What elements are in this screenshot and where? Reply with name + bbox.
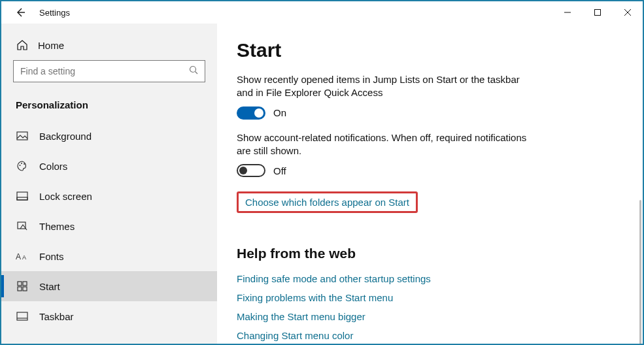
choose-folders-link[interactable]: Choose which folders appear on Start [237,191,418,213]
sidebar-item-label: Colors [39,161,67,172]
picture-icon [16,131,29,140]
sidebar-item-background[interactable]: Background [1,121,217,151]
sidebar-item-taskbar[interactable]: Taskbar [1,301,217,331]
help-link[interactable]: Fixing problems with the Start menu [237,292,630,303]
svg-point-9 [24,163,25,165]
scrollbar[interactable] [639,200,641,344]
sidebar-item-fonts[interactable]: AA Fonts [1,241,217,271]
svg-rect-12 [18,222,25,229]
sidebar-item-colors[interactable]: Colors [1,151,217,181]
titlebar: Settings [1,1,643,24]
setting-notifications-state: Off [273,165,286,176]
sidebar-item-label: Themes [39,221,75,232]
help-link[interactable]: Making the Start menu bigger [237,311,630,322]
svg-rect-1 [595,10,601,16]
search-input[interactable] [20,66,189,76]
svg-rect-15 [18,282,22,286]
home-icon [16,39,29,51]
settings-window: Settings Home [0,0,644,345]
sidebar-item-label: Fonts [39,251,64,262]
sidebar-item-label: Taskbar [39,311,74,322]
help-heading: Help from the web [237,246,630,261]
page-title: Start [237,39,630,61]
palette-icon [16,160,29,172]
setting-jumplists-state: On [273,107,286,118]
svg-point-7 [20,165,21,166]
content-pane: Start Show recently opened items in Jump… [217,24,643,344]
svg-point-8 [21,163,22,164]
svg-rect-19 [17,312,27,320]
setting-jumplists-toggle[interactable] [237,107,265,120]
window-title: Settings [39,8,70,18]
svg-rect-18 [23,287,27,291]
close-button[interactable] [613,1,643,24]
svg-point-4 [190,67,196,73]
sidebar-item-label: Start [39,281,60,292]
svg-rect-6 [17,132,27,140]
taskbar-icon [16,312,29,321]
maximize-button[interactable] [583,1,613,24]
search-icon [189,65,198,77]
svg-rect-16 [23,282,27,286]
sidebar: Home Personalization Background [1,24,217,344]
svg-rect-10 [17,192,27,200]
category-heading: Personalization [13,95,205,121]
svg-line-5 [195,72,198,74]
help-link[interactable]: Changing Start menu color [237,330,630,341]
svg-rect-17 [18,287,22,291]
setting-jumplists-desc: Show recently opened items in Jump Lists… [237,73,537,100]
nav-list: Background Colors Lock screen [1,121,217,331]
setting-notifications-toggle[interactable] [237,164,265,177]
help-link[interactable]: Finding safe mode and other startup sett… [237,273,630,284]
sidebar-item-start[interactable]: Start [1,271,217,301]
svg-text:A: A [16,252,21,261]
fonts-icon: AA [16,251,29,261]
back-button[interactable] [13,7,27,18]
lockscreen-icon [16,191,29,201]
search-input-wrapper[interactable] [13,60,205,82]
sidebar-item-lockscreen[interactable]: Lock screen [1,181,217,211]
setting-notifications-desc: Show account-related notifications. When… [237,131,537,158]
home-nav[interactable]: Home [13,35,205,60]
minimize-button[interactable] [552,1,583,24]
sidebar-item-themes[interactable]: Themes [1,211,217,241]
themes-icon [16,221,29,231]
sidebar-item-label: Background [39,131,92,142]
svg-text:A: A [22,254,26,261]
start-icon [16,281,29,291]
home-label: Home [38,40,64,51]
sidebar-item-label: Lock screen [39,191,92,202]
svg-rect-11 [17,197,27,200]
